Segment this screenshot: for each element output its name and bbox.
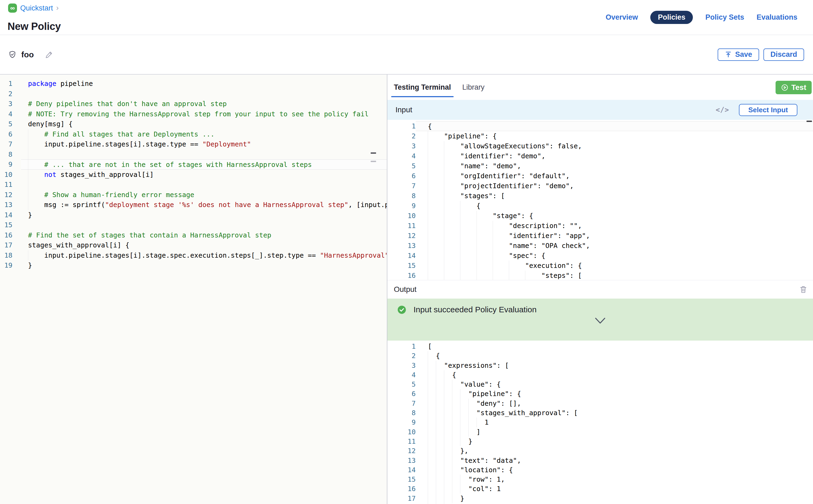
code-view-icon[interactable]: </>	[716, 106, 729, 114]
code-line[interactable]: 9 1	[387, 418, 813, 427]
line-number: 3	[0, 99, 12, 109]
code-line[interactable]: 9 {	[387, 201, 813, 211]
code-text: {	[428, 123, 432, 130]
code-line[interactable]: 17 }	[387, 494, 813, 503]
indent-guides	[428, 241, 493, 251]
indent-guides	[28, 139, 28, 149]
select-input-button[interactable]: Select Input	[739, 104, 797, 116]
output-json-editor[interactable]: 1[2 {3 "expressions": [4 {5 "value": {6 …	[387, 342, 813, 504]
line-number: 9	[387, 201, 416, 211]
code-line[interactable]: 16# Find the set of stages that contain …	[0, 230, 387, 240]
code-line[interactable]: 7 "projectIdentifier": "demo",	[387, 181, 813, 191]
code-line[interactable]: 5 "value": {	[387, 380, 813, 389]
code-line[interactable]: 9 # ... that are not in the set of stage…	[0, 159, 387, 170]
code-line[interactable]: 3 "allowStageExecutions": false,	[387, 141, 813, 151]
code-line[interactable]: 13 "name": "OPA check",	[387, 241, 813, 251]
nav-tab-policy-sets[interactable]: Policy Sets	[705, 13, 744, 22]
code-line[interactable]: 5deny[msg] {	[0, 119, 387, 129]
indent-guides	[428, 408, 469, 418]
code-text: # ... that are not in the set of stages …	[28, 161, 312, 169]
code-line[interactable]: 12 "identifier": "app",	[387, 231, 813, 241]
code-line[interactable]: 6 "orgIdentifier": "default",	[387, 171, 813, 181]
line-number: 15	[387, 261, 416, 271]
code-line[interactable]: 12 # Show a human-friendly error message	[0, 190, 387, 200]
code-line[interactable]: 8 "stages": [	[387, 191, 813, 201]
indent-guides	[428, 161, 444, 171]
line-number: 7	[0, 139, 12, 149]
code-text: # NOTE: Try removing the HarnessApproval…	[28, 110, 368, 118]
code-line[interactable]: 18 input.pipeline.stages[i].stage.spec.e…	[0, 250, 387, 261]
code-text: [	[428, 342, 432, 350]
code-line[interactable]: 1{	[387, 121, 813, 131]
edit-name-pencil-icon[interactable]	[45, 50, 54, 59]
indent-guides	[28, 250, 28, 261]
nav-tab-overview[interactable]: Overview	[606, 13, 638, 22]
code-text: }	[28, 261, 32, 269]
code-line[interactable]: 4# NOTE: Try removing the HarnessApprova…	[0, 109, 387, 119]
code-line[interactable]: 11 "description": "",	[387, 221, 813, 231]
code-line[interactable]: 3# Deny pipelines that don't have an app…	[0, 99, 387, 109]
code-line[interactable]: 7 "deny": [],	[387, 399, 813, 408]
code-line[interactable]: 16 "steps": [	[387, 271, 813, 280]
breadcrumb-link-quickstart[interactable]: Quickstart	[20, 4, 53, 12]
code-line[interactable]: 2 {	[387, 351, 813, 361]
code-line[interactable]: 14}	[0, 210, 387, 220]
code-line[interactable]: 14 "spec": {	[387, 251, 813, 261]
policy-editor-pane: 1package pipeline23# Deny pipelines that…	[0, 75, 387, 504]
indent-guides	[428, 380, 452, 389]
code-line[interactable]: 16 "col": 1	[387, 484, 813, 493]
code-line[interactable]: 12 },	[387, 446, 813, 456]
expand-details-chevron-icon[interactable]	[387, 317, 813, 324]
code-line[interactable]: 13 msg := sprintf("deployment stage '%s'…	[0, 200, 387, 210]
nav-tab-evaluations[interactable]: Evaluations	[756, 13, 797, 22]
code-line[interactable]: 10 "stage": {	[387, 211, 813, 221]
code-line[interactable]: 8 "stages_with_approval": [	[387, 408, 813, 418]
code-line[interactable]: 4 "identifier": "demo",	[387, 151, 813, 161]
tab-testing-terminal[interactable]: Testing Terminal	[391, 75, 454, 100]
harness-logo-icon[interactable]: ∞	[8, 3, 17, 13]
indent-guides	[428, 191, 444, 201]
line-number: 17	[387, 494, 416, 503]
tab-library[interactable]: Library	[460, 75, 487, 100]
code-line[interactable]: 6 # Find all stages that are Deployments…	[0, 129, 387, 139]
code-line[interactable]: 10 not stages_with_approval[i]	[0, 170, 387, 180]
clear-output-trash-icon[interactable]	[799, 285, 807, 294]
code-line[interactable]: 6 "pipeline": {	[387, 389, 813, 398]
code-line[interactable]: 15	[0, 220, 387, 230]
discard-button[interactable]: Discard	[763, 48, 804, 61]
code-line[interactable]: 2 "pipeline": {	[387, 131, 813, 141]
nav-tab-policies[interactable]: Policies	[650, 11, 693, 24]
test-button[interactable]: Test	[776, 81, 812, 94]
line-number: 4	[387, 370, 416, 380]
code-line[interactable]: 19}	[0, 260, 387, 271]
line-number: 1	[0, 79, 12, 89]
code-text: # Show a human-friendly error message	[28, 191, 194, 199]
code-line[interactable]: 1[	[387, 342, 813, 351]
code-line[interactable]: 5 "name": "demo",	[387, 161, 813, 171]
code-line[interactable]: 15 "row": 1,	[387, 475, 813, 484]
line-number: 5	[387, 380, 416, 389]
code-line[interactable]: 3 "expressions": [	[387, 361, 813, 370]
code-line[interactable]: 10 ]	[387, 427, 813, 437]
code-text: stages_with_approval[i] {	[28, 241, 129, 249]
code-line[interactable]: 11	[0, 180, 387, 190]
code-line[interactable]: 1package pipeline	[0, 79, 387, 89]
code-line[interactable]: 14 "location": {	[387, 465, 813, 475]
code-line[interactable]: 4 {	[387, 370, 813, 380]
code-line[interactable]: 17stages_with_approval[i] {	[0, 240, 387, 250]
policy-code-editor[interactable]: 1package pipeline23# Deny pipelines that…	[0, 79, 387, 271]
line-number: 14	[0, 210, 12, 220]
line-number: 9	[387, 418, 416, 427]
line-number: 2	[387, 131, 416, 141]
code-line[interactable]: 8	[0, 149, 387, 160]
code-line[interactable]: 7 input.pipeline.stages[i].stage.type ==…	[0, 139, 387, 149]
indent-guides	[428, 456, 452, 465]
line-number: 12	[0, 190, 12, 200]
code-line[interactable]: 11 }	[387, 437, 813, 446]
line-number: 18	[0, 250, 12, 261]
code-line[interactable]: 15 "execution": {	[387, 261, 813, 271]
input-json-editor[interactable]: 1{2 "pipeline": {3 "allowStageExecutions…	[387, 121, 813, 280]
code-line[interactable]: 13 "text": "data",	[387, 456, 813, 465]
save-button[interactable]: Save	[718, 48, 759, 61]
code-line[interactable]: 2	[0, 89, 387, 99]
